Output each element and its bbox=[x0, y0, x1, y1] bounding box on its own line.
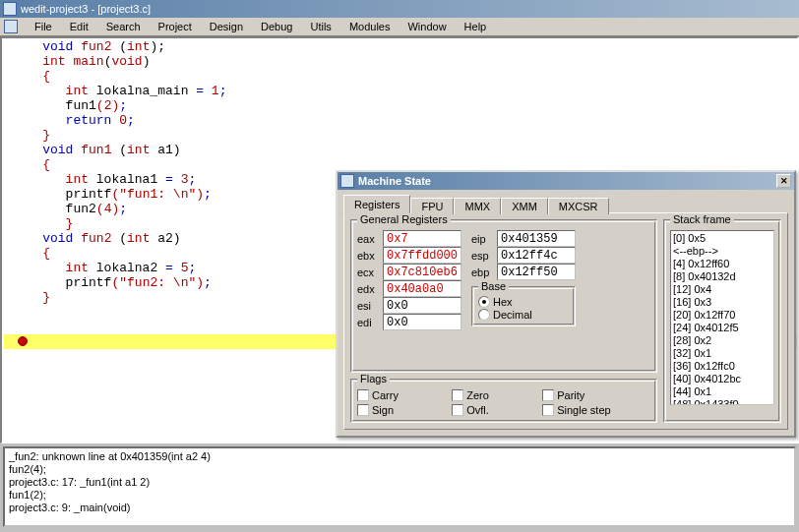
tab-mmx[interactable]: MMX bbox=[454, 198, 501, 214]
group-title-base: Base bbox=[478, 280, 509, 292]
flag-singlestep[interactable]: Single step bbox=[542, 404, 650, 416]
stack-entry[interactable]: [4] 0x12ff60 bbox=[673, 258, 771, 270]
register-eip: eip0x401359 bbox=[471, 230, 576, 247]
dialog-tabs: Registers FPU MMX XMM MXCSR bbox=[343, 196, 788, 212]
tab-fpu[interactable]: FPU bbox=[410, 198, 454, 214]
stack-list[interactable]: [0] 0x5<--ebp-->[4] 0x12ff60[8] 0x40132d… bbox=[670, 230, 774, 405]
code-line[interactable]: { bbox=[12, 69, 797, 84]
stack-entry[interactable]: [12] 0x4 bbox=[673, 283, 771, 296]
stack-entry[interactable]: [32] 0x1 bbox=[673, 347, 771, 360]
flag-ovfl[interactable]: Ovfl. bbox=[452, 404, 528, 416]
menu-design[interactable]: Design bbox=[201, 19, 252, 34]
checkbox-icon bbox=[357, 389, 369, 401]
register-ebx: ebx0x7ffdd000 bbox=[357, 247, 461, 264]
stack-frame-group: Stack frame [0] 0x5<--ebp-->[4] 0x12ff60… bbox=[663, 219, 781, 423]
stack-entry[interactable]: <--ebp--> bbox=[673, 245, 771, 258]
app-icon bbox=[3, 2, 17, 16]
stack-entry[interactable]: [28] 0x2 bbox=[673, 334, 771, 347]
register-edi: edi0x0 bbox=[357, 314, 461, 330]
radio-decimal[interactable]: Decimal bbox=[478, 309, 569, 321]
stack-entry[interactable]: [48] 0x1433f0 bbox=[673, 398, 771, 405]
group-title-flags: Flags bbox=[357, 373, 390, 384]
menu-modules[interactable]: Modules bbox=[340, 19, 400, 34]
callstack-line[interactable]: project3.c: 17: _fun1(int a1 2) bbox=[9, 476, 790, 489]
callstack-line[interactable]: _fun2: unknown line at 0x401359(int a2 4… bbox=[9, 450, 790, 463]
callstack-line[interactable]: project3.c: 9: _main(void) bbox=[9, 502, 790, 514]
stack-entry[interactable]: [44] 0x1 bbox=[673, 385, 771, 398]
menu-utils[interactable]: Utils bbox=[301, 19, 339, 34]
register-esp: esp0x12ff4c bbox=[471, 247, 576, 264]
code-line[interactable]: void fun2 (int); bbox=[12, 39, 797, 54]
group-title-general: General Registers bbox=[357, 213, 451, 225]
register-label: eax bbox=[357, 233, 379, 245]
radio-hex[interactable]: Hex bbox=[478, 296, 569, 308]
group-title-stack: Stack frame bbox=[670, 213, 734, 225]
doc-icon bbox=[4, 20, 18, 33]
dialog-icon bbox=[340, 174, 354, 188]
tab-registers[interactable]: Registers bbox=[343, 195, 410, 213]
stack-entry[interactable]: [8] 0x40132d bbox=[673, 270, 771, 283]
radio-icon bbox=[478, 296, 490, 308]
flag-carry[interactable]: Carry bbox=[357, 389, 438, 401]
register-value[interactable]: 0x7ffdd000 bbox=[383, 247, 461, 264]
register-value[interactable]: 0x401359 bbox=[497, 230, 576, 247]
radio-icon bbox=[478, 309, 490, 321]
flag-parity[interactable]: Parity bbox=[542, 389, 650, 401]
stack-entry[interactable]: [20] 0x12ff70 bbox=[673, 309, 771, 322]
breakpoint-icon[interactable] bbox=[18, 336, 28, 346]
menu-window[interactable]: Window bbox=[399, 19, 455, 34]
menu-edit[interactable]: Edit bbox=[61, 19, 97, 34]
tab-mxcsr[interactable]: MXCSR bbox=[548, 198, 609, 214]
flag-sign[interactable]: Sign bbox=[357, 404, 438, 416]
register-label: esp bbox=[471, 250, 493, 262]
menu-search[interactable]: Search bbox=[97, 19, 150, 34]
menu-debug[interactable]: Debug bbox=[252, 19, 301, 34]
callstack-panel[interactable]: _fun2: unknown line at 0x401359(int a2 4… bbox=[3, 446, 796, 527]
stack-entry[interactable]: [24] 0x4012f5 bbox=[673, 322, 771, 334]
flag-zero[interactable]: Zero bbox=[452, 389, 528, 401]
close-icon[interactable]: ✕ bbox=[776, 174, 791, 188]
register-ecx: ecx0x7c810eb6 bbox=[357, 264, 461, 280]
code-line[interactable]: int main(void) bbox=[12, 54, 797, 69]
menu-file[interactable]: File bbox=[26, 19, 61, 34]
register-value[interactable]: 0x12ff50 bbox=[497, 264, 576, 280]
menu-help[interactable]: Help bbox=[456, 19, 496, 34]
general-registers-group: General Registers eax0x7ebx0x7ffdd000ecx… bbox=[350, 219, 657, 373]
register-value[interactable]: 0x0 bbox=[383, 314, 461, 330]
callstack-line[interactable]: fun2(4); bbox=[9, 463, 790, 476]
register-label: esi bbox=[357, 300, 379, 312]
code-line[interactable]: fun1(2); bbox=[12, 98, 797, 113]
register-label: ecx bbox=[357, 266, 379, 278]
stack-entry[interactable]: [0] 0x5 bbox=[673, 232, 771, 245]
code-line[interactable]: void fun1 (int a1) bbox=[12, 143, 797, 157]
register-label: ebp bbox=[471, 266, 493, 278]
menubar: File Edit Search Project Design Debug Ut… bbox=[0, 18, 799, 36]
checkbox-icon bbox=[542, 389, 554, 401]
checkbox-icon bbox=[452, 389, 463, 401]
window-title: wedit-project3 - [project3.c] bbox=[21, 3, 151, 15]
stack-entry[interactable]: [36] 0x12ffc0 bbox=[673, 360, 771, 373]
register-value[interactable]: 0x7 bbox=[383, 230, 461, 247]
register-value[interactable]: 0x40a0a0 bbox=[383, 280, 461, 297]
menu-project[interactable]: Project bbox=[150, 19, 201, 34]
register-edx: edx0x40a0a0 bbox=[357, 280, 461, 297]
main-titlebar: wedit-project3 - [project3.c] bbox=[0, 0, 799, 18]
machine-state-dialog: Machine State ✕ Registers FPU MMX XMM MX… bbox=[336, 170, 796, 438]
code-line[interactable]: return 0; bbox=[12, 113, 797, 128]
callstack-line[interactable]: fun1(2); bbox=[9, 489, 790, 502]
register-value[interactable]: 0x7c810eb6 bbox=[383, 264, 461, 280]
checkbox-icon bbox=[542, 404, 554, 416]
dialog-titlebar[interactable]: Machine State ✕ bbox=[338, 172, 794, 190]
tab-xmm[interactable]: XMM bbox=[501, 198, 548, 214]
register-label: edi bbox=[357, 317, 379, 328]
code-line[interactable]: int lokalna_main = 1; bbox=[12, 84, 797, 98]
register-value[interactable]: 0x12ff4c bbox=[497, 247, 576, 264]
stack-entry[interactable]: [40] 0x4012bc bbox=[673, 373, 771, 385]
dialog-title: Machine State bbox=[358, 175, 431, 187]
flags-group: Flags Carry Zero Parity Sign Ovfl. Singl… bbox=[350, 379, 657, 423]
register-label: ebx bbox=[357, 250, 379, 262]
register-esi: esi0x0 bbox=[357, 297, 461, 314]
stack-entry[interactable]: [16] 0x3 bbox=[673, 296, 771, 309]
register-value[interactable]: 0x0 bbox=[383, 297, 461, 314]
code-line[interactable]: } bbox=[12, 128, 797, 143]
